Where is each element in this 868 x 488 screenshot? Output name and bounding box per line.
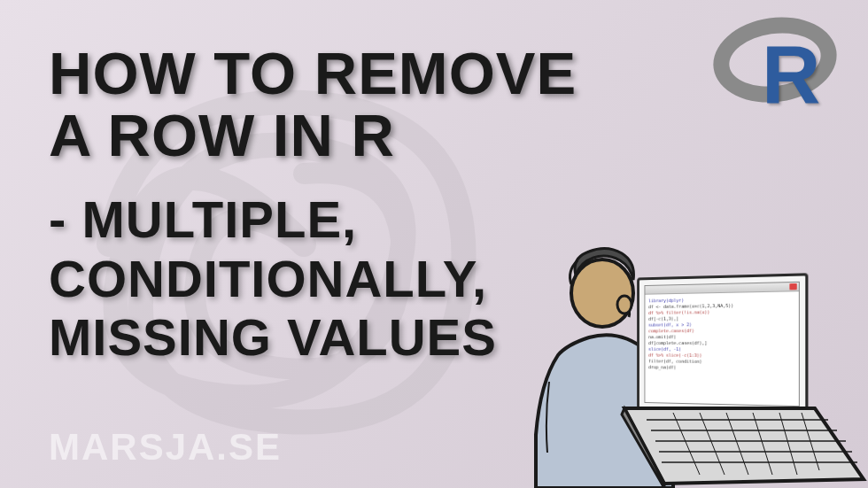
laptop-base-keyboard — [620, 404, 868, 488]
main-title: HOW TO REMOVE A ROW IN R — [49, 43, 577, 167]
laptop-screen-content: library(dplyr) df <- data.frame(x=c(1,2,… — [644, 282, 799, 407]
r-logo: R — [713, 18, 837, 115]
person-with-laptop-illustration: library(dplyr) df <- data.frame(x=c(1,2,… — [531, 196, 868, 488]
watermark-text: MARSJA.SE — [49, 426, 282, 469]
close-icon — [789, 283, 796, 290]
subtitle-line-1: - MULTIPLE, — [49, 190, 497, 250]
person-head — [558, 244, 642, 329]
subtitle-line-3: MISSING VALUES — [49, 308, 497, 368]
laptop-screen: library(dplyr) df <- data.frame(x=c(1,2,… — [637, 273, 808, 414]
title-line-2: A ROW IN R — [49, 105, 577, 167]
code-content: library(dplyr) df <- data.frame(x=c(1,2,… — [645, 291, 798, 376]
subtitle: - MULTIPLE, CONDITIONALLY, MISSING VALUE… — [49, 190, 497, 368]
r-logo-letter: R — [762, 28, 816, 121]
subtitle-line-2: CONDITIONALLY, — [49, 250, 497, 309]
title-line-1: HOW TO REMOVE — [49, 43, 577, 105]
svg-point-1 — [617, 296, 632, 314]
svg-point-0 — [571, 259, 633, 327]
code-line: drop_na(df) — [648, 364, 795, 372]
